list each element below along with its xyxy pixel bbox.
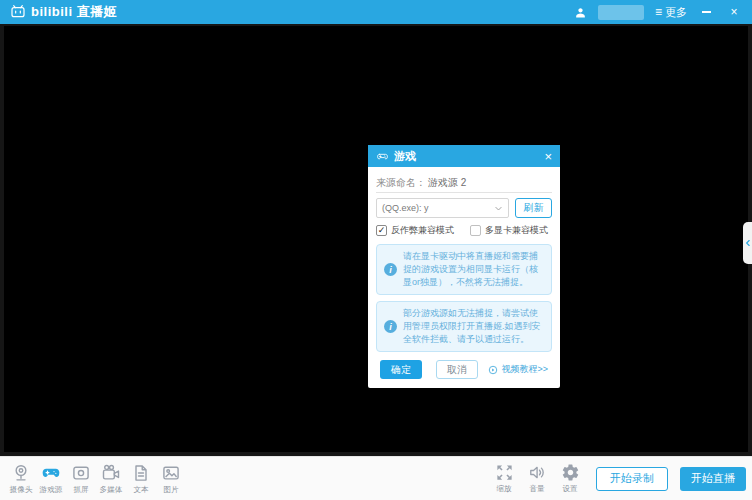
app-title: bilibili 直播姬 — [31, 3, 117, 21]
tutorial-label: 视频教程>> — [501, 363, 548, 376]
text-icon — [131, 463, 151, 483]
dialog-close-icon[interactable]: × — [544, 150, 552, 163]
volume-control[interactable]: 音量 — [525, 463, 549, 494]
media-icon — [101, 463, 121, 483]
checkbox-checked-icon[interactable]: ✓ — [376, 225, 387, 236]
play-circle-icon — [488, 365, 498, 375]
dialog-title: 游戏 — [394, 149, 416, 164]
source-name-value: 游戏源 2 — [428, 176, 466, 190]
webcam-icon — [11, 463, 31, 483]
screen-capture-icon — [71, 463, 91, 483]
side-panel-toggle[interactable] — [743, 222, 752, 264]
source-item-text[interactable]: 文本 — [126, 463, 156, 495]
dialog-header: 游戏 × — [368, 145, 560, 167]
source-item-webcam[interactable]: 摄像头 — [6, 463, 36, 495]
more-label: 更多 — [665, 5, 687, 20]
gpu-hint-box: i 请在显卡驱动中将直播姬和需要捕捉的游戏设置为相同显卡运行（核显or独显），不… — [376, 244, 552, 295]
cancel-button[interactable]: 取消 — [436, 360, 478, 379]
refresh-button[interactable]: 刷新 — [515, 198, 552, 218]
source-item-game[interactable]: 游戏源 — [36, 463, 66, 495]
confirm-button[interactable]: 确定 — [380, 360, 422, 379]
info-icon: i — [384, 320, 397, 333]
gamepad-icon — [41, 463, 61, 483]
chevron-left-icon — [744, 239, 752, 247]
image-icon — [161, 463, 181, 483]
admin-hint-box: i 部分游戏源如无法捕捉，请尝试使用管理员权限打开直播姬.如遇到安全软件拦截、请… — [376, 301, 552, 352]
source-item-media[interactable]: 多媒体 — [96, 463, 126, 495]
info-icon: i — [384, 263, 397, 276]
tutorial-link[interactable]: 视频教程>> — [488, 363, 548, 376]
username-badge[interactable] — [598, 5, 644, 20]
app-logo: bilibili 直播姬 — [10, 3, 117, 21]
settings-icon — [561, 463, 580, 482]
expand-icon — [495, 463, 514, 482]
app-window: bilibili 直播姬 ≡ 更多 × — [0, 0, 752, 500]
titlebar: bilibili 直播姬 ≡ 更多 × — [0, 0, 752, 24]
volume-icon — [528, 463, 547, 482]
close-button[interactable]: × — [726, 6, 742, 18]
anticheat-checkbox-row[interactable]: ✓ 反作弊兼容模式 — [376, 224, 454, 237]
bottom-toolbar: 摄像头 游戏源 抓屏 — [0, 456, 752, 500]
start-record-button[interactable]: 开始录制 — [596, 467, 668, 491]
anticheat-label: 反作弊兼容模式 — [391, 224, 454, 237]
source-item-image[interactable]: 图片 — [156, 463, 186, 495]
menu-icon: ≡ — [655, 6, 662, 18]
multigpu-checkbox-row[interactable]: 多显卡兼容模式 — [470, 224, 548, 237]
settings-control[interactable]: 设置 — [558, 463, 582, 494]
admin-hint-text: 部分游戏源如无法捕捉，请尝试使用管理员权限打开直播姬.如遇到安全软件拦截、请予以… — [403, 307, 544, 346]
more-menu-button[interactable]: ≡ 更多 — [655, 5, 687, 20]
gamepad-icon — [376, 150, 389, 163]
start-stream-button[interactable]: 开始直播 — [680, 467, 746, 491]
minimize-button[interactable] — [702, 11, 711, 13]
multigpu-label: 多显卡兼容模式 — [485, 224, 548, 237]
user-icon[interactable] — [574, 6, 587, 19]
scale-control[interactable]: 缩放 — [492, 463, 516, 494]
process-select-value: (QQ.exe): y — [382, 203, 429, 213]
process-select[interactable]: (QQ.exe): y — [376, 198, 509, 218]
checkbox-unchecked-icon[interactable] — [470, 225, 481, 236]
chevron-down-icon — [494, 204, 503, 213]
source-item-screen-capture[interactable]: 抓屏 — [66, 463, 96, 495]
source-name-field[interactable]: 来源命名： 游戏源 2 — [376, 173, 552, 193]
gpu-hint-text: 请在显卡驱动中将直播姬和需要捕捉的游戏设置为相同显卡运行（核显or独显），不然将… — [403, 250, 544, 289]
bilibili-tv-icon — [10, 4, 26, 20]
game-source-dialog: 游戏 × 来源命名： 游戏源 2 (QQ.exe): y 刷新 ✓ — [368, 145, 560, 388]
source-name-label: 来源命名： — [376, 176, 426, 190]
